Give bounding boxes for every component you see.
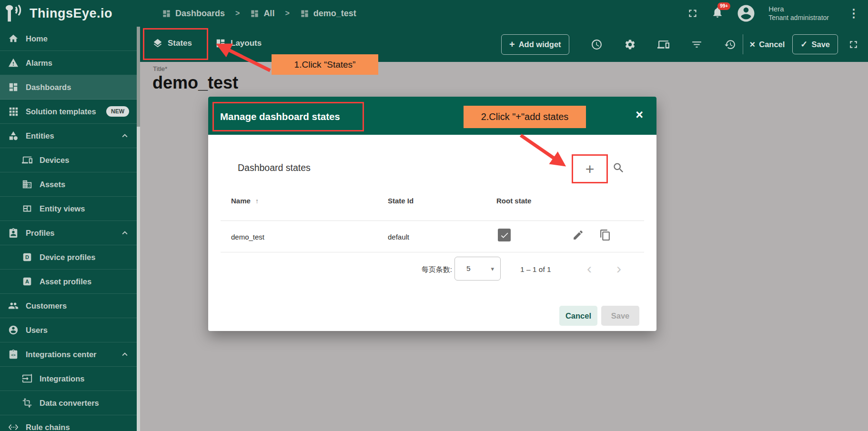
column-name-label: Name xyxy=(231,197,251,205)
breadcrumb-separator: > xyxy=(285,9,289,18)
dialog-save-button[interactable]: Save xyxy=(601,306,639,326)
sidebar-item-customers[interactable]: Customers xyxy=(0,294,137,318)
transform-icon xyxy=(22,398,32,408)
column-header-state-id[interactable]: State Id xyxy=(388,197,414,205)
brand-name: ThingsEye.io xyxy=(30,6,112,21)
next-page-icon[interactable]: › xyxy=(616,261,621,277)
dialog-cancel-button[interactable]: Cancel xyxy=(559,306,597,326)
toolbar-divider xyxy=(743,34,743,54)
copy-icon[interactable] xyxy=(599,229,611,241)
states-highlight-box xyxy=(143,28,208,60)
sidebar-item-label: Devices xyxy=(40,156,69,165)
chevron-up-icon[interactable] xyxy=(120,228,130,238)
device-profile-icon: D xyxy=(22,252,32,262)
caret-down-icon: ▾ xyxy=(491,265,494,272)
toolbar-actions: + Add widget × Cancel ✓ Save xyxy=(501,27,868,62)
add-widget-button[interactable]: + Add widget xyxy=(501,34,569,55)
avatar[interactable] xyxy=(736,3,756,23)
input-icon xyxy=(22,373,32,384)
person-icon xyxy=(8,325,19,335)
svg-text:A: A xyxy=(25,279,29,284)
warning-icon xyxy=(8,58,19,68)
dialog-actions: Cancel Save xyxy=(559,306,639,326)
chevron-up-icon[interactable] xyxy=(120,130,130,141)
sidebar-item-device-profiles[interactable]: D Device profiles xyxy=(0,245,137,270)
sidebar-item-profiles[interactable]: Profiles xyxy=(0,221,137,245)
app-logo[interactable]: ThingsEye.io xyxy=(0,4,143,23)
sidebar-item-label: Entities xyxy=(26,131,54,140)
breadcrumb-dashboards[interactable]: Dashboards xyxy=(162,9,225,19)
fullscreen-icon[interactable] xyxy=(686,7,699,20)
user-name: Hera xyxy=(768,5,829,14)
chevron-up-icon[interactable] xyxy=(120,349,130,360)
building-icon xyxy=(22,179,32,190)
sidebar-item-label: Rule chains xyxy=(26,423,70,431)
version-history-icon[interactable] xyxy=(724,39,736,50)
integrations-center-icon: <> xyxy=(8,349,19,360)
sidebar-item-home[interactable]: Home xyxy=(0,27,137,51)
sidebar-item-devices[interactable]: Devices xyxy=(0,148,137,172)
asset-profile-icon: A xyxy=(22,276,32,287)
breadcrumb: Dashboards > All > demo_test xyxy=(162,9,356,19)
sidebar-item-label: Home xyxy=(26,34,48,43)
sidebar-item-integrations[interactable]: Integrations xyxy=(0,367,137,391)
column-header-name[interactable]: Name ↑ xyxy=(231,197,259,205)
save-dashboard-button[interactable]: ✓ Save xyxy=(792,34,838,54)
root-state-checkbox[interactable] xyxy=(498,229,511,241)
add-widget-label: Add widget xyxy=(519,40,561,49)
cancel-edit-button[interactable]: × Cancel xyxy=(750,39,785,50)
sidebar-scrollbar[interactable] xyxy=(137,27,140,431)
pagination: 每页条数: 5 ▾ 1 – 1 of 1 ‹ › xyxy=(208,252,656,285)
dashboard-icon xyxy=(300,9,309,18)
annotation-step2: 2.Click "+"add states xyxy=(464,106,586,128)
sidebar-item-entities[interactable]: Entities xyxy=(0,124,137,148)
breadcrumb-demo-test[interactable]: demo_test xyxy=(300,9,356,19)
search-icon[interactable] xyxy=(612,161,625,174)
entities-icon xyxy=(8,130,19,141)
sidebar-item-dashboards[interactable]: Dashboards xyxy=(0,75,137,100)
fullscreen-icon[interactable] xyxy=(848,39,859,50)
edit-pencil-icon[interactable] xyxy=(572,229,584,241)
close-icon: × xyxy=(750,39,756,50)
state-table-row[interactable]: demo_test default xyxy=(208,221,656,252)
svg-text:D: D xyxy=(25,254,29,260)
filter-icon[interactable] xyxy=(691,39,703,50)
time-window-icon[interactable] xyxy=(591,39,603,50)
dialog-close-icon[interactable]: × xyxy=(636,107,643,122)
sidebar-item-assets[interactable]: Assets xyxy=(0,172,137,197)
settings-gear-icon[interactable] xyxy=(624,39,636,50)
tab-layouts[interactable]: Layouts xyxy=(215,38,262,49)
plus-icon: + xyxy=(509,39,515,50)
user-info: Hera Tenant administrator xyxy=(768,5,829,22)
dashboard-icon xyxy=(162,9,171,18)
breadcrumb-all[interactable]: All xyxy=(250,9,274,19)
page-size-select[interactable]: 5 ▾ xyxy=(454,257,501,281)
sidebar-item-label: Alarms xyxy=(26,59,52,68)
sidebar-scrollbar-thumb[interactable] xyxy=(137,27,140,127)
dashboard-title-input[interactable]: demo_test xyxy=(152,73,238,93)
annotation-step1: 1.Click “States” xyxy=(272,54,378,75)
dashboard-icon xyxy=(250,9,259,18)
notifications-button[interactable]: 99+ xyxy=(711,6,724,20)
sort-asc-icon: ↑ xyxy=(255,197,259,205)
dialog-title: Manage dashboard states xyxy=(214,111,340,122)
kebab-menu-icon[interactable]: ⋮ xyxy=(848,7,859,20)
sidebar-item-data-converters[interactable]: Data converters xyxy=(0,391,137,415)
devices-icon xyxy=(22,155,32,165)
entity-aliases-icon[interactable] xyxy=(657,39,669,50)
sidebar-item-integrations-center[interactable]: <> Integrations center xyxy=(0,342,137,367)
sidebar-item-entity-views[interactable]: Entity views xyxy=(0,197,137,221)
previous-page-icon[interactable]: ‹ xyxy=(587,261,592,277)
add-state-button[interactable]: + xyxy=(572,154,608,183)
breadcrumb-label: demo_test xyxy=(313,9,356,19)
sidebar-item-alarms[interactable]: Alarms xyxy=(0,51,137,75)
column-header-root-state[interactable]: Root state xyxy=(496,197,531,205)
save-dashboard-label: Save xyxy=(811,40,830,49)
sidebar-item-rule-chains[interactable]: Rule chains xyxy=(0,415,137,431)
sidebar-item-asset-profiles[interactable]: A Asset profiles xyxy=(0,270,137,294)
sidebar-item-users[interactable]: Users xyxy=(0,318,137,342)
sidebar-item-solution-templates[interactable]: Solution templates NEW xyxy=(0,100,137,124)
notification-badge: 99+ xyxy=(717,2,730,10)
app-root: ThingsEye.io Dashboards > All > demo_tes… xyxy=(0,0,868,431)
app-header: ThingsEye.io Dashboards > All > demo_tes… xyxy=(0,0,868,27)
